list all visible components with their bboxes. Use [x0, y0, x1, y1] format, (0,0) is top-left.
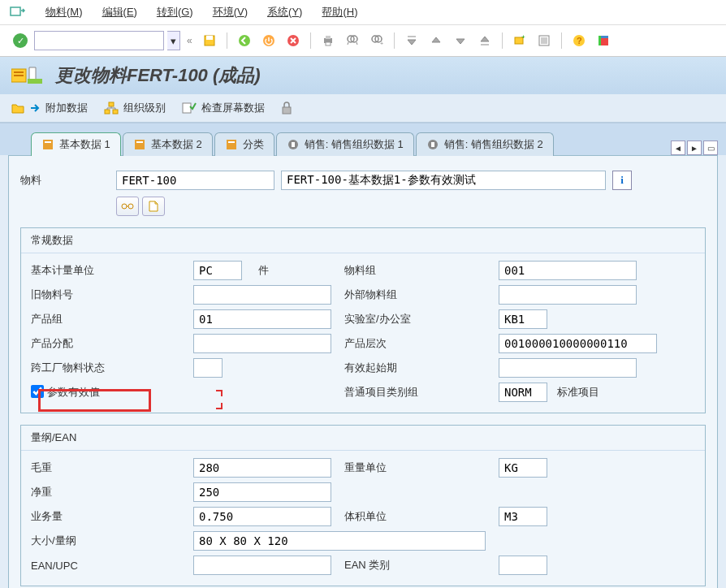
tab-icon: [225, 138, 238, 151]
svg-point-3: [239, 35, 250, 46]
valid-from-input[interactable]: [499, 358, 637, 378]
net-weight-label: 净重: [31, 485, 193, 499]
svg-text:+: +: [521, 34, 525, 41]
material-code-input[interactable]: [116, 171, 274, 190]
find-button[interactable]: [342, 30, 363, 51]
ok-button[interactable]: ✓: [10, 30, 31, 51]
menu-overflow-icon[interactable]: [10, 6, 26, 19]
tab-sales-org-1[interactable]: 销售: 销售组织数据 1: [276, 132, 414, 156]
tab-basic-data-1[interactable]: 基本数据 1: [31, 132, 121, 156]
svg-rect-31: [113, 110, 118, 114]
volume-input[interactable]: [193, 507, 331, 526]
size-dims-input[interactable]: [193, 531, 486, 551]
tab-icon: [133, 138, 146, 151]
material-group-input[interactable]: [499, 261, 637, 280]
cancel-button[interactable]: [283, 30, 304, 51]
prev-page-button[interactable]: [426, 30, 447, 51]
menu-system[interactable]: 系统(Y): [267, 5, 302, 19]
svg-text:?: ?: [577, 36, 582, 45]
last-page-button[interactable]: [474, 30, 495, 51]
product-group-label: 产品组: [31, 312, 193, 326]
volume-unit-label: 体积单位: [344, 509, 499, 524]
menu-environment[interactable]: 环境(V): [213, 5, 248, 19]
svg-rect-26: [14, 71, 24, 73]
additional-data-button[interactable]: 附加数据: [11, 101, 88, 115]
product-alloc-input[interactable]: [193, 334, 331, 353]
svg-rect-27: [14, 75, 24, 76]
title-icon: [11, 66, 44, 85]
svg-line-12: [357, 42, 357, 45]
product-hierarchy-input[interactable]: [499, 334, 657, 353]
menu-goto[interactable]: 转到(G): [157, 5, 193, 19]
layout-button[interactable]: [593, 30, 614, 51]
shortcut-button[interactable]: [534, 30, 555, 51]
base-uom-input[interactable]: [193, 261, 242, 280]
svg-rect-24: [599, 36, 601, 45]
command-field[interactable]: [34, 31, 164, 50]
tab-scroll-right[interactable]: ►: [687, 141, 702, 155]
svg-rect-0: [11, 7, 20, 15]
item-category-label: 普通项目类别组: [344, 385, 499, 400]
svg-line-11: [348, 42, 348, 45]
lab-office-label: 实验室/办公室: [344, 312, 499, 326]
menu-material[interactable]: 物料(M): [45, 5, 83, 19]
ean-upc-input[interactable]: [193, 556, 331, 575]
param-valid-label: 参数有效值: [47, 385, 344, 400]
material-desc-input[interactable]: [281, 171, 606, 190]
ext-material-group-input[interactable]: [499, 285, 637, 305]
document-button[interactable]: [142, 197, 165, 216]
cross-plant-status-label: 跨工厂物料状态: [31, 361, 193, 375]
weight-unit-input[interactable]: [499, 458, 547, 478]
svg-rect-28: [28, 79, 42, 84]
tab-classification[interactable]: 分类: [214, 132, 274, 156]
menu-help[interactable]: 帮助(H): [322, 5, 357, 19]
lock-button[interactable]: [281, 102, 292, 115]
exit-button[interactable]: [258, 30, 279, 51]
item-category-input[interactable]: [499, 383, 547, 402]
gross-weight-input[interactable]: [193, 458, 331, 478]
svg-rect-39: [228, 141, 235, 143]
svg-rect-35: [45, 141, 51, 143]
info-button[interactable]: i: [612, 171, 632, 190]
print-button[interactable]: [318, 30, 339, 51]
new-session-button[interactable]: +: [509, 30, 530, 51]
svg-rect-37: [136, 141, 143, 143]
old-material-input[interactable]: [193, 285, 331, 305]
svg-rect-8: [326, 42, 331, 45]
back-button[interactable]: [234, 30, 255, 51]
lab-office-input[interactable]: [499, 309, 547, 329]
save-button[interactable]: [199, 30, 220, 51]
param-valid-checkbox[interactable]: [31, 385, 44, 398]
gross-weight-label: 毛重: [31, 460, 193, 475]
next-page-button[interactable]: [450, 30, 471, 51]
tab-sales-org-2[interactable]: 销售: 销售组织数据 2: [416, 132, 554, 156]
check-screen-button[interactable]: 检查屏幕数据: [182, 101, 265, 115]
tab-scroll-left[interactable]: ◄: [671, 141, 685, 155]
page-icon: [149, 201, 158, 212]
group-general-title: 常规数据: [21, 228, 705, 253]
valid-from-label: 有效起始期: [344, 361, 499, 375]
size-dims-label: 大小/量纲: [31, 534, 193, 548]
hierarchy-icon: [104, 102, 119, 115]
ean-upc-label: EAN/UPC: [31, 560, 193, 572]
command-dropdown[interactable]: ▾: [167, 31, 180, 50]
material-label: 物料: [20, 173, 110, 188]
first-page-button[interactable]: [401, 30, 422, 51]
tab-icon: [41, 138, 54, 151]
product-group-input[interactable]: [193, 309, 331, 329]
org-levels-button[interactable]: 组织级别: [104, 101, 166, 115]
find-next-button[interactable]: +: [366, 30, 387, 51]
link-button[interactable]: [116, 197, 139, 216]
volume-unit-input[interactable]: [499, 507, 547, 526]
tab-basic-data-2[interactable]: 基本数据 2: [123, 132, 213, 156]
glasses-icon: [121, 201, 134, 212]
help-button[interactable]: ?: [568, 30, 590, 51]
volume-label: 业务量: [31, 509, 193, 524]
svg-text:+: +: [380, 41, 383, 46]
svg-rect-32: [183, 103, 191, 113]
net-weight-input[interactable]: [193, 482, 331, 502]
cross-plant-status-input[interactable]: [193, 358, 223, 378]
tab-list-button[interactable]: ▭: [703, 141, 718, 155]
menu-edit[interactable]: 编辑(E): [102, 5, 137, 19]
ean-category-input[interactable]: [499, 556, 547, 575]
